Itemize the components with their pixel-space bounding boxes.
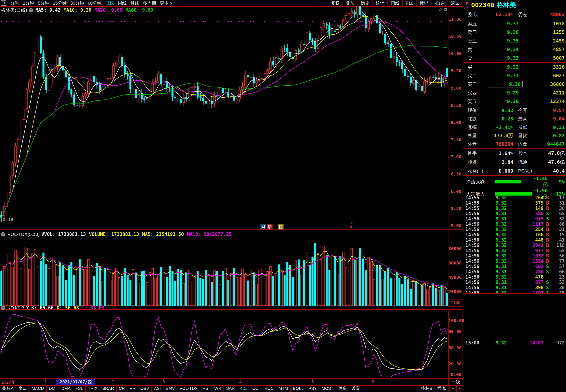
diamond-icon[interactable]: ◇: [439, 7, 442, 12]
period-tab[interactable]: 5分钟: [38, 0, 49, 6]
tick-time: 14:55: [465, 200, 485, 206]
bid-row[interactable]: 买一9.323326: [463, 63, 566, 71]
indicator-button[interactable]: VOL-TDX: [177, 385, 200, 392]
tick-row: 14:569.31915S52: [463, 216, 566, 222]
cai-badge[interactable]: 财: [261, 224, 266, 229]
toolbar-button[interactable]: 画线: [388, 0, 403, 6]
indicator-button[interactable]: MTM: [276, 385, 290, 392]
tick-time: 14:56: [465, 280, 485, 285]
indicator-button[interactable]: BOLL: [290, 385, 306, 392]
indicator-button[interactable]: FSL: [73, 385, 86, 392]
kdj-tick: 80.00: [448, 329, 461, 334]
indicator-button[interactable]: 更多: [336, 385, 349, 392]
tick-row: 14:559.32379B31: [463, 200, 566, 206]
volume-legend: VVOL: 1733881.13VOLUME: 1733881.13MA5: 2…: [41, 232, 235, 237]
period-tab[interactable]: 多周期: [143, 0, 156, 6]
indicator-button[interactable]: WR: [212, 385, 224, 392]
tick-row: 14:569.32977B55: [463, 248, 566, 253]
period-tab[interactable]: 60分钟: [88, 0, 101, 6]
bid-row[interactable]: 买五9.2812374: [463, 97, 566, 106]
indicator-button[interactable]: RSI: [200, 385, 212, 392]
indicator-button[interactable]: 设置: [349, 385, 362, 392]
quote-info-secondary: 换手3.64%股本47.8亿净资2.84流通47.6亿收益(─)0.060PE(…: [463, 148, 566, 175]
toolbar-button[interactable]: 统计: [373, 0, 388, 6]
flow-bar-fill: [495, 180, 521, 183]
bang-badge[interactable]: 榜: [278, 224, 284, 229]
indicator-button[interactable]: 指标A: [0, 385, 16, 392]
price-tick: 9.50: [448, 68, 461, 73]
indicator-button[interactable]: DMA: [59, 385, 73, 392]
toolbar-button[interactable]: -自选: [431, 0, 448, 6]
ask-row[interactable]: 卖四9.361255: [463, 28, 566, 37]
toolbar-button[interactable]: 复权: [328, 0, 343, 6]
panel-icon[interactable]: ⧉: [444, 7, 447, 12]
toolbar-button[interactable]: F10: [403, 0, 416, 6]
indicator-button[interactable]: 模 板: [435, 385, 449, 392]
bid-row[interactable]: 买四9.294211: [463, 88, 566, 97]
tick-row: 14:569.321117B88: [463, 222, 566, 227]
period-tab[interactable]: 月线: [130, 0, 139, 6]
price-tick: 10.50: [448, 34, 461, 39]
tick-volume: 1307: [507, 290, 544, 293]
indicator-button[interactable]: CR: [116, 385, 127, 392]
toolbar-button[interactable]: 返回: [448, 0, 463, 6]
indicator-button[interactable]: OBV: [138, 385, 152, 392]
indicator-button[interactable]: TRIX: [86, 385, 100, 392]
indicator-button[interactable]: KDJ: [237, 385, 250, 392]
indicator-button[interactable]: VR: [127, 385, 138, 392]
period-tab[interactable]: 分时: [10, 0, 19, 6]
indicator-button[interactable]: BRAR: [100, 385, 116, 392]
chevron-down-icon[interactable]: ∨: [1, 232, 5, 237]
chevron-down-icon[interactable]: ∨: [29, 8, 33, 12]
info-label: 收益(─): [468, 168, 488, 174]
tick-count: 30: [552, 206, 565, 211]
selected-date[interactable]: 2021/01/07/四: [56, 379, 95, 385]
indicator-button[interactable]: 窗口: [16, 385, 29, 392]
toolbar-button[interactable]: 叠加: [343, 0, 358, 6]
period-tab[interactable]: 1分钟: [23, 0, 34, 6]
toolbar-button[interactable]: 标记: [416, 0, 431, 6]
volume-label: MA10: 2042977.25: [187, 232, 231, 237]
ask-row[interactable]: 卖三9.352459: [463, 37, 566, 45]
ask-row[interactable]: 卖一9.335007: [463, 54, 566, 62]
period-tab[interactable]: 日线: [105, 0, 114, 6]
ask-row[interactable]: 卖五9.371078: [463, 19, 566, 28]
chevron-down-icon[interactable]: ∨: [1, 306, 5, 310]
ask-row[interactable]: 卖二9.344857: [463, 45, 566, 54]
stock-header: R 500 002340 格林美: [463, 0, 566, 10]
toolbar-spacer: [362, 385, 419, 392]
volume-chart-canvas[interactable]: [0, 230, 448, 309]
toolbar-button[interactable]: 历史: [358, 0, 373, 6]
volume-label: VVOL: 1733881.13: [41, 232, 86, 237]
period-tab[interactable]: 30分钟: [70, 0, 84, 6]
indicator-button[interactable]: ASI: [152, 385, 163, 392]
price-chart-canvas[interactable]: [0, 6, 448, 230]
period-tab[interactable]: 15分钟: [53, 0, 67, 6]
ma-legend: MA5: 9.42MA10: 9.26MA20: 9.65MA60: 9.69: [35, 7, 156, 13]
bid-row[interactable]: 买三9.3036800: [463, 80, 566, 88]
indicator-button[interactable]: CCI: [250, 385, 262, 392]
info-value: 944647: [539, 141, 565, 147]
indicator-button[interactable]: MACD: [29, 385, 46, 392]
info-value: -2.41%: [488, 125, 513, 130]
indicator-button[interactable]: MCST: [319, 385, 336, 392]
price-tick: 5.50: [448, 206, 461, 211]
indicator-button[interactable]: DMI: [46, 385, 59, 392]
period-tab[interactable]: 更多 >: [160, 0, 172, 6]
price-tick: 6.00: [448, 189, 461, 194]
indicator-button[interactable]: SAR: [224, 385, 237, 392]
kdj-chart-canvas[interactable]: [0, 310, 448, 378]
window-icon[interactable]: [1, 0, 6, 6]
period-tab[interactable]: 周线: [118, 0, 127, 6]
x-axis-month: 4: [239, 379, 242, 385]
indicator-button[interactable]: +: [449, 385, 456, 392]
indicator-button[interactable]: EMV: [163, 385, 177, 392]
indicator-button[interactable]: ROC: [262, 385, 276, 392]
tick-row: 14:569.3247823: [463, 274, 566, 280]
bid-row[interactable]: 买二9.316027: [463, 71, 566, 80]
indicator-button[interactable]: PSY: [306, 385, 319, 392]
order-price: 9.28: [488, 99, 519, 104]
indicator-button[interactable]: -: [456, 385, 463, 392]
indicator-button[interactable]: 指标B: [419, 385, 435, 392]
zeng-badge[interactable]: 增: [267, 224, 273, 229]
